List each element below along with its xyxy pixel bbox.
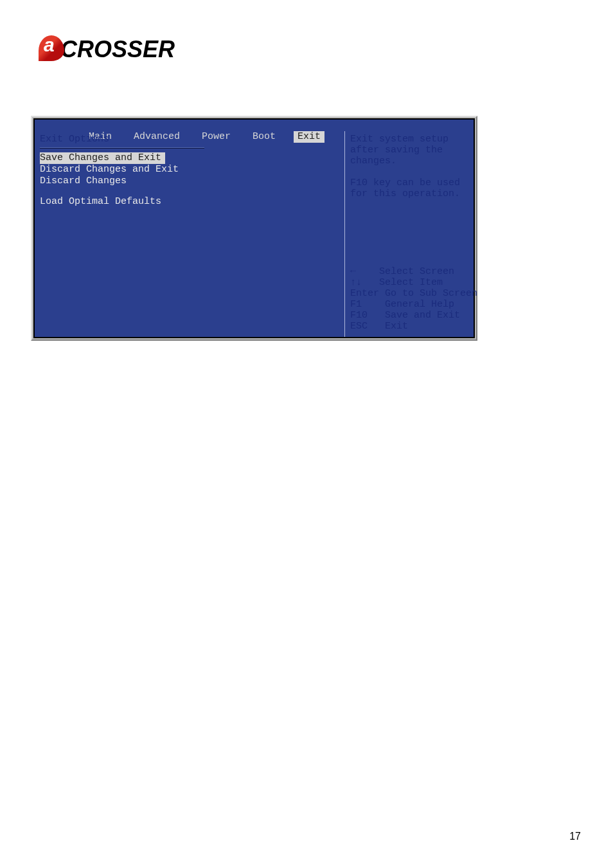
nav-key: ESC	[350, 321, 368, 332]
nav-row: ← Select Screen	[350, 266, 468, 277]
bios-screenshot: MainAdvancedPowerBootExit Exit Options S…	[31, 116, 477, 341]
bios-body: Exit Options Save Changes and Exit Disca…	[35, 131, 474, 337]
menu-item-load-defaults[interactable]: Load Optimal Defaults	[40, 196, 339, 208]
nav-row: ↑↓ Select Item	[350, 277, 468, 288]
page: CROSSER MainAdvancedPowerBootExit Exit O…	[0, 0, 613, 868]
bios-tabbar: MainAdvancedPowerBootExit	[35, 120, 474, 131]
nav-action: Select Screen	[379, 266, 454, 277]
nav-action: Save and Exit	[385, 310, 460, 321]
logo-text: CROSSER	[60, 36, 175, 62]
nav-row: F1 General Help	[350, 299, 468, 310]
nav-row: ESC Exit	[350, 321, 468, 332]
nav-legend: ← Select Screen ↑↓ Select Item Enter Go …	[350, 266, 468, 332]
menu-item-discard[interactable]: Discard Changes	[40, 176, 339, 187]
brand-logo: CROSSER	[39, 35, 175, 63]
bios-left-pane: Exit Options Save Changes and Exit Disca…	[35, 131, 345, 337]
section-title: Exit Options	[40, 134, 339, 146]
nav-action: Exit	[385, 321, 408, 332]
help-text: Exit system setup after saving the chang…	[350, 134, 468, 199]
nav-action: Select Item	[379, 277, 443, 288]
bios-panel: MainAdvancedPowerBootExit Exit Options S…	[33, 118, 475, 338]
menu-gap	[40, 187, 339, 196]
nav-action: Go to Sub Screen	[385, 288, 477, 299]
section-divider	[40, 147, 204, 149]
page-number: 17	[569, 831, 581, 842]
menu-item-save-exit[interactable]: Save Changes and Exit	[40, 152, 165, 164]
logo-icon	[39, 35, 64, 61]
nav-row: Enter Go to Sub Screen	[350, 288, 468, 299]
nav-key: F1	[350, 299, 362, 310]
nav-key: Enter	[350, 288, 379, 299]
nav-key: ←	[350, 266, 356, 277]
nav-key: F10	[350, 310, 368, 321]
menu-item-discard-exit[interactable]: Discard Changes and Exit	[40, 164, 339, 176]
bios-right-pane: Exit system setup after saving the chang…	[345, 131, 474, 337]
nav-action: General Help	[385, 299, 454, 310]
nav-row: F10 Save and Exit	[350, 310, 468, 321]
nav-key: ↑↓	[350, 277, 362, 288]
